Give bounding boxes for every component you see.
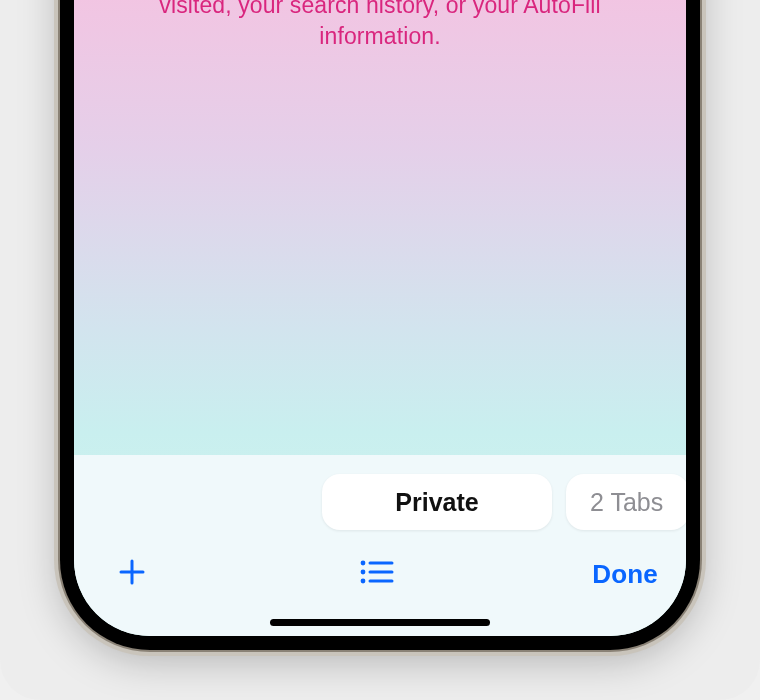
new-tab-button[interactable] xyxy=(102,550,162,598)
tab-groups-menu-button[interactable] xyxy=(347,550,407,598)
plus-icon xyxy=(116,556,148,592)
tab-group-count-label: 2 Tabs xyxy=(590,488,663,517)
toolbar: Done xyxy=(74,541,686,607)
home-indicator[interactable] xyxy=(270,619,490,626)
bottom-bar: Private 2 Tabs xyxy=(74,455,686,636)
done-button[interactable]: Done xyxy=(592,559,658,590)
private-browsing-hint: visited, your search history, or your Au… xyxy=(119,0,640,52)
tab-group-picker[interactable]: Private 2 Tabs xyxy=(74,469,686,535)
list-icon xyxy=(359,558,395,590)
svg-point-2 xyxy=(361,579,366,584)
tab-group-count[interactable]: 2 Tabs xyxy=(566,474,686,530)
tab-group-private[interactable]: Private xyxy=(322,474,552,530)
tab-group-private-label: Private xyxy=(395,488,478,517)
svg-point-0 xyxy=(361,561,366,566)
safari-tab-overview-screen: visited, your search history, or your Au… xyxy=(74,0,686,636)
hint-text-line1: visited, your search history, or your Au… xyxy=(159,0,600,18)
done-label: Done xyxy=(592,559,658,589)
content-area: visited, your search history, or your Au… xyxy=(74,0,686,455)
phone-frame: visited, your search history, or your Au… xyxy=(60,0,700,650)
hint-text-line2: information. xyxy=(319,23,440,49)
svg-point-1 xyxy=(361,570,366,575)
